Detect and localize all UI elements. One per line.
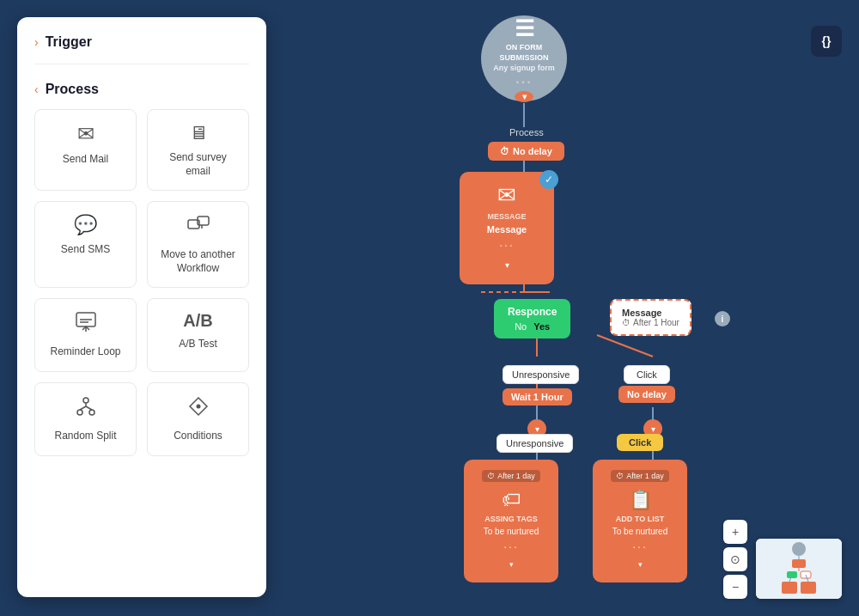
- code-icon: {}: [822, 34, 832, 48]
- message-icon: ✉: [497, 182, 516, 209]
- process-item-send-mail[interactable]: ✉ Send Mail: [34, 109, 137, 191]
- msg-after-sub: After 1 Hour: [633, 318, 679, 327]
- assign-tags-node[interactable]: ⏱ After 1 day 🏷 ASSING TAGS To be nurtur…: [464, 460, 558, 582]
- trigger-section[interactable]: › Trigger: [34, 34, 249, 64]
- message-top-label: MESSAGE: [487, 212, 526, 221]
- clock-small-icon: ⏱: [622, 318, 631, 327]
- sms-icon: 💬: [74, 214, 97, 236]
- process-item-reminder-loop[interactable]: Reminder Loop: [34, 298, 137, 372]
- response-yes: Yes: [533, 321, 550, 332]
- process-label: Process: [46, 82, 99, 97]
- conditions-icon: [187, 395, 210, 423]
- reminder-loop-label: Reminder Loop: [50, 345, 120, 359]
- assign-tags-icon: 🏷: [502, 489, 521, 511]
- process-item-ab-test[interactable]: A/B A/B Test: [147, 298, 249, 372]
- addlist-top: ADD TO LIST: [616, 515, 664, 523]
- process-grid: ✉ Send Mail 🖥 Send survey email 💬 Send S…: [34, 109, 249, 456]
- assign-tags-bottom: To be nurtured: [484, 527, 539, 536]
- click-label-2: Click: [617, 434, 663, 451]
- message-check-badge: ✓: [539, 170, 558, 189]
- trigger-node[interactable]: ☰ ON FORM SUBMISSION Any signup form ···…: [481, 15, 567, 101]
- process-item-send-survey[interactable]: 🖥 Send survey email: [147, 109, 249, 191]
- send-mail-label: Send Mail: [63, 153, 108, 167]
- addlist-dots[interactable]: ···: [632, 540, 648, 553]
- loop-icon: [75, 311, 97, 338]
- addlist-bottom: To be nurtured: [612, 527, 668, 536]
- response-options: No Yes: [515, 321, 550, 332]
- send-survey-label: Send survey email: [156, 151, 240, 178]
- trigger-chevron: ›: [34, 35, 39, 49]
- svg-point-4: [77, 410, 82, 415]
- trigger-icon: ☰: [515, 15, 534, 44]
- svg-rect-20: [792, 559, 806, 568]
- assign-tags-top: ASSING TAGS: [484, 515, 537, 523]
- survey-icon: 🖥: [189, 122, 208, 144]
- wait-node[interactable]: Wait 1 Hour: [503, 388, 572, 406]
- no-delay-node[interactable]: ⏱ No delay: [488, 142, 564, 161]
- code-button[interactable]: {}: [811, 26, 842, 57]
- addlist-chevron[interactable]: ▾: [632, 557, 648, 572]
- process-item-conditions[interactable]: Conditions: [147, 382, 249, 456]
- svg-point-5: [89, 410, 94, 415]
- process-header[interactable]: ‹ Process: [34, 82, 249, 97]
- message-node[interactable]: ✉ MESSAGE Message ··· ▾: [460, 172, 554, 284]
- canvas: {} ☰ ON FORM SUBMISSION Any si: [283, 0, 859, 616]
- process-item-send-sms[interactable]: 💬 Send SMS: [34, 201, 137, 288]
- add-to-list-node[interactable]: ⏱ After 1 day 📋 ADD TO LIST To be nurtur…: [593, 460, 687, 582]
- trigger-title: ON FORM SUBMISSION: [499, 43, 548, 63]
- zoom-out-button[interactable]: −: [723, 575, 747, 599]
- ab-icon: A/B: [183, 311, 212, 331]
- click-top: Click: [624, 365, 670, 384]
- process-flow-label: Process: [506, 127, 547, 137]
- process-item-random-split[interactable]: Random Split: [34, 382, 137, 456]
- response-no: No: [515, 321, 527, 332]
- zoom-in-button[interactable]: +: [723, 520, 747, 544]
- addlist-delay-badge: ⏱ After 1 day: [611, 470, 669, 482]
- ab-test-label: A/B Test: [179, 338, 216, 351]
- addlist-icon: 📋: [629, 489, 652, 511]
- send-sms-label: Send SMS: [61, 243, 110, 257]
- move-icon: [187, 214, 210, 241]
- assign-chevron[interactable]: ▾: [503, 557, 519, 572]
- conditions-label: Conditions: [174, 430, 222, 443]
- process-section: ‹ Process ✉ Send Mail 🖥 Send survey emai…: [34, 82, 249, 456]
- clock-icon: ⏱: [500, 146, 509, 156]
- trigger-dots[interactable]: ···: [515, 74, 532, 92]
- message-bottom-label: Message: [487, 224, 527, 235]
- trigger-label: Trigger: [46, 34, 92, 50]
- response-title: Responce: [508, 306, 557, 318]
- click-no-delay: No delay: [618, 386, 675, 403]
- unresponsive-label-2: Unresponsive: [497, 434, 573, 453]
- minimap-inner: [756, 539, 842, 599]
- left-panel: › Trigger ‹ Process ✉ Send Mail 🖥 Send s…: [17, 17, 266, 597]
- message-after-node[interactable]: Message ⏱ After 1 Hour: [610, 299, 691, 336]
- mail-icon: ✉: [77, 122, 94, 146]
- trigger-chevron-down[interactable]: ▾: [515, 91, 533, 102]
- svg-line-13: [597, 335, 653, 357]
- split-icon: [75, 395, 97, 423]
- svg-point-19: [792, 542, 806, 556]
- message-chevron-down[interactable]: ▾: [497, 255, 516, 274]
- zoom-controls: + ⊙ −: [723, 520, 747, 599]
- no-delay-label: No delay: [513, 146, 552, 156]
- minimap: [756, 539, 842, 599]
- response-node[interactable]: Responce No Yes: [494, 299, 570, 338]
- svg-point-6: [196, 404, 200, 408]
- unresponsive-label-1: Unresponsive: [503, 365, 579, 384]
- message-dots[interactable]: ···: [499, 238, 515, 252]
- process-item-move-workflow[interactable]: Move to another Workflow: [147, 201, 249, 288]
- assign-delay-badge: ⏱ After 1 day: [482, 470, 540, 482]
- flow-connectors: [283, 0, 859, 616]
- svg-rect-23: [782, 582, 797, 594]
- process-chevron: ‹: [34, 82, 39, 96]
- random-split-label: Random Split: [54, 430, 116, 443]
- zoom-fit-button[interactable]: ⊙: [723, 547, 747, 571]
- svg-point-3: [83, 398, 88, 403]
- assign-dots[interactable]: ···: [503, 540, 519, 553]
- info-badge: i: [715, 311, 730, 326]
- click-label-1: Click No delay: [618, 365, 675, 403]
- trigger-sub: Any signup form: [493, 64, 555, 74]
- move-workflow-label: Move to another Workflow: [156, 248, 240, 275]
- svg-rect-24: [801, 582, 816, 594]
